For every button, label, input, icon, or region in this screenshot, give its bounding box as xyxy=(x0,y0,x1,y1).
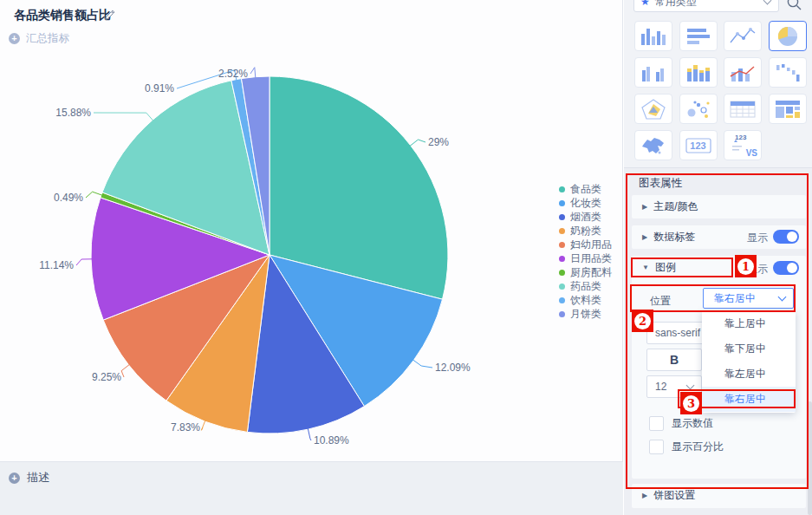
legend-label: 饮料类 xyxy=(570,293,601,308)
position-label: 位置 xyxy=(650,294,671,309)
legend-item[interactable]: 饮料类 xyxy=(559,293,612,307)
legend-item[interactable]: 化妆类 xyxy=(559,196,612,210)
legend-label: 食品类 xyxy=(570,182,601,197)
pie-data-label: 9.25% xyxy=(92,371,121,383)
chart-type-range-column-icon[interactable] xyxy=(769,57,807,88)
legend-item[interactable]: 日用品类 xyxy=(559,251,612,265)
chart-canvas: 各品类销售额占比 + 汇总指标 29%12.09%10.89%7.83%9.25… xyxy=(0,0,623,515)
pie-data-label: 7.83% xyxy=(171,421,200,434)
add-description[interactable]: + 描述 xyxy=(9,470,49,486)
pie-data-label: 0.49% xyxy=(54,192,83,204)
legend-color-dot xyxy=(559,311,565,317)
chevron-down-icon xyxy=(686,381,695,390)
legend-bold-button[interactable]: B xyxy=(646,349,702,371)
chart-type-radar-icon[interactable] xyxy=(634,94,672,124)
chart-type-grouped-column-icon[interactable] xyxy=(634,57,672,88)
show-value-checkbox[interactable] xyxy=(649,416,664,431)
chart-type-area: ★ 常用类型 xyxy=(624,0,812,168)
legend-label: 奶粉类 xyxy=(570,224,601,238)
pie-data-label: 10.89% xyxy=(314,434,349,447)
pie-data-label: 11.14% xyxy=(39,259,74,271)
position-option-1[interactable]: 靠上居中 xyxy=(702,311,796,336)
chart-type-grid: 123 123 VS xyxy=(634,21,807,160)
section-pie-settings[interactable]: ▶ 饼图设置 xyxy=(632,484,806,508)
chart-type-line-icon[interactable] xyxy=(724,21,762,51)
vs-kpi-text: 123 xyxy=(735,134,746,141)
pie-chart[interactable]: 29%12.09%10.89%7.83%9.25%11.14%0.49%15.8… xyxy=(0,0,623,460)
pie-data-label: 15.88% xyxy=(55,107,91,119)
chart-type-category-select[interactable]: ★ 常用类型 xyxy=(633,0,779,12)
pie-label-leader-line xyxy=(413,360,433,368)
chevron-down-icon xyxy=(763,0,772,4)
pie-label-leader-line xyxy=(201,420,205,430)
legend-item[interactable]: 食品类 xyxy=(559,182,612,196)
chart-type-stacked-column-icon[interactable] xyxy=(679,57,718,88)
chart-type-map-icon[interactable] xyxy=(634,130,672,160)
section-theme-color[interactable]: ▶ 主题/颜色 xyxy=(632,195,806,218)
show-percent-checkbox[interactable] xyxy=(649,440,664,454)
legend-label: 化妆类 xyxy=(570,196,601,211)
chart-type-column-icon[interactable] xyxy=(634,21,672,51)
legend-item[interactable]: 烟酒类 xyxy=(559,210,612,224)
legend-color-dot xyxy=(559,228,565,234)
chart-type-table-icon[interactable] xyxy=(724,94,762,124)
star-icon: ★ xyxy=(640,0,650,8)
pie-data-label: 2.52% xyxy=(218,68,248,80)
chart-type-kpi-card-icon[interactable]: 123 xyxy=(679,130,718,160)
chart-type-category-value: 常用类型 xyxy=(655,0,764,10)
kpi-icon-text: 123 xyxy=(690,140,705,151)
chart-type-comparison-card-icon[interactable]: 123 VS xyxy=(724,130,762,160)
annotation-step-2-badge: 2 xyxy=(632,310,653,332)
legend-item[interactable]: 奶粉类 xyxy=(559,224,612,238)
position-options-popup: 靠上居中靠下居中靠左居中靠右居中 xyxy=(702,310,796,413)
panel-scrollbar[interactable] xyxy=(808,401,812,515)
legend-position-select[interactable]: 靠右居中 xyxy=(703,288,794,309)
legend-label: 药品类 xyxy=(570,279,601,294)
vs-icon-text: VS xyxy=(746,148,757,158)
pie-label-leader-line xyxy=(76,259,92,265)
chart-type-column-line-combo-icon[interactable] xyxy=(724,57,762,88)
legend-label: 月饼类 xyxy=(570,307,601,322)
position-option-4[interactable]: 靠右居中 xyxy=(702,387,796,412)
position-option-2[interactable]: 靠下居中 xyxy=(702,336,796,362)
legend-color-dot xyxy=(559,200,565,206)
position-option-3[interactable]: 靠左居中 xyxy=(702,362,796,387)
legend-color-dot xyxy=(559,297,565,303)
pie-label-leader-line xyxy=(250,68,256,78)
properties-header: 图表属性 xyxy=(639,176,682,191)
data-label-show-toggle[interactable] xyxy=(773,230,799,244)
legend-item[interactable]: 厨房配料 xyxy=(559,265,612,279)
chevron-down-icon xyxy=(778,293,787,302)
legend-position-value: 靠右居中 xyxy=(714,291,779,306)
legend-label: 日用品类 xyxy=(570,251,612,266)
legend-color-dot xyxy=(559,270,565,276)
pie-label-leader-line xyxy=(86,192,102,198)
legend-color-dot xyxy=(559,186,565,192)
legend-color-dot xyxy=(559,284,565,290)
chart-type-scatter-icon[interactable] xyxy=(679,94,718,124)
collapsed-arrow-icon: ▶ xyxy=(642,203,647,211)
annotation-step-1-badge: 1 xyxy=(735,255,757,277)
search-icon[interactable] xyxy=(786,0,802,14)
annotation-step-3-badge: 3 xyxy=(680,392,702,414)
description-section: + 描述 xyxy=(0,461,623,515)
legend-color-dot xyxy=(559,214,565,220)
description-label: 描述 xyxy=(27,470,49,486)
chart-type-bar-icon[interactable] xyxy=(679,21,718,51)
chart-type-dashboard-blocks-icon[interactable] xyxy=(769,94,807,124)
pie-label-leader-line xyxy=(410,140,425,146)
collapsed-arrow-icon: ▶ xyxy=(642,492,647,499)
legend-label: 烟酒类 xyxy=(570,210,601,225)
show-label: 显示 xyxy=(747,231,768,245)
legend-item[interactable]: 妇幼用品 xyxy=(559,238,612,251)
settings-panel: ★ 常用类型 xyxy=(624,0,812,515)
expanded-arrow-icon: ▼ xyxy=(642,264,649,271)
legend-item[interactable]: 药品类 xyxy=(559,279,612,293)
chart-type-pie-icon[interactable] xyxy=(769,21,807,51)
pie-label-leader-line xyxy=(94,113,153,121)
chart-editor-window: 各品类销售额占比 + 汇总指标 29%12.09%10.89%7.83%9.25… xyxy=(0,0,812,515)
pie-data-label: 12.09% xyxy=(435,362,471,374)
legend-color-dot xyxy=(559,242,565,248)
legend-item[interactable]: 月饼类 xyxy=(559,307,612,321)
legend-show-toggle[interactable] xyxy=(773,261,799,275)
